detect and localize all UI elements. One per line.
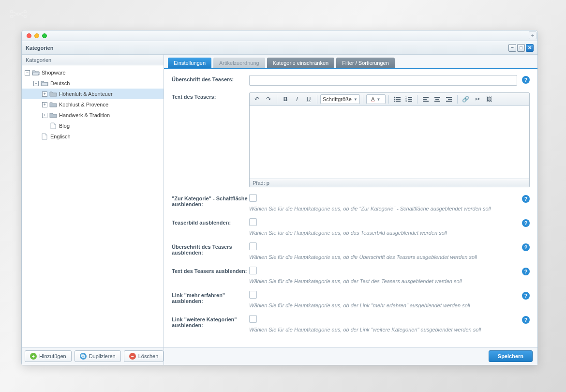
help-icon[interactable]: ?: [522, 268, 530, 275]
help-icon[interactable]: ?: [522, 243, 530, 251]
field-label: "Zur Kategorie" - Schaltfläche ausblende…: [172, 194, 249, 207]
align-center-icon[interactable]: [432, 94, 443, 104]
plus-icon: +: [30, 353, 37, 360]
main-panel: EinstellungenArtikelzuordnungKategorie e…: [164, 55, 537, 365]
brand-logo: [9, 9, 28, 19]
numbered-list-icon[interactable]: 123: [403, 94, 414, 104]
duplicate-button[interactable]: ⧉ Duplizieren: [74, 350, 121, 362]
undo-icon[interactable]: ↶: [252, 94, 262, 104]
delete-button[interactable]: – Löschen: [124, 350, 164, 362]
checkbox[interactable]: [249, 194, 257, 202]
rich-text-editor: ↶ ↷ B I U Schriftgröße ▼: [249, 92, 530, 187]
expand-icon[interactable]: +: [42, 102, 47, 107]
underline-icon[interactable]: U: [303, 94, 314, 104]
tree-node[interactable]: −Shopware: [22, 67, 164, 78]
tab[interactable]: Einstellungen: [168, 58, 211, 68]
svg-point-7: [394, 99, 396, 100]
field-hint: Wählen Sie für die Hauptkategorie aus, o…: [249, 302, 517, 308]
bullet-list-icon[interactable]: [392, 94, 402, 104]
expand-icon[interactable]: −: [33, 81, 39, 86]
tab-bar: EinstellungenArtikelzuordnungKategorie e…: [164, 55, 537, 69]
svg-point-5: [394, 97, 396, 98]
svg-rect-24: [448, 99, 452, 100]
tab[interactable]: Kategorie einschränken: [267, 58, 335, 68]
svg-point-4: [24, 15, 27, 18]
window-close-button[interactable]: ✕: [526, 44, 534, 52]
svg-rect-23: [446, 97, 452, 98]
field-label: Teaserbild ausblenden:: [172, 218, 249, 226]
file-icon: [41, 133, 48, 140]
link-icon[interactable]: 🔗: [461, 94, 471, 104]
tree-node[interactable]: Blog: [22, 121, 164, 131]
close-window-icon[interactable]: [27, 33, 31, 38]
folder-open-icon: [41, 80, 48, 87]
window-minimize-button[interactable]: –: [508, 44, 516, 52]
tree-node[interactable]: Englisch: [22, 131, 164, 142]
svg-text:3: 3: [405, 100, 407, 102]
window-header: Kategorien – □ ✕: [22, 41, 537, 55]
font-size-select[interactable]: Schriftgröße ▼: [320, 94, 360, 104]
add-button[interactable]: + Hinzufügen: [25, 350, 72, 362]
tab: Artikelzuordnung: [213, 58, 265, 68]
window-title: Kategorien: [26, 45, 53, 51]
help-icon[interactable]: ?: [522, 292, 530, 300]
unlink-icon[interactable]: ✂: [472, 94, 483, 104]
new-tab-button[interactable]: +: [529, 31, 536, 39]
sidebar: Kategorien −Shopware−Deutsch+Höhenluft &…: [22, 55, 164, 365]
tree-node[interactable]: −Deutsch: [22, 78, 164, 89]
editor-body[interactable]: [250, 106, 529, 179]
redo-icon[interactable]: ↷: [263, 94, 274, 104]
checkbox[interactable]: [249, 218, 257, 226]
category-tree: −Shopware−Deutsch+Höhenluft & Abenteuer+…: [22, 65, 164, 347]
svg-rect-20: [434, 97, 440, 98]
checkbox[interactable]: [249, 267, 257, 274]
italic-icon[interactable]: I: [292, 94, 302, 104]
svg-rect-16: [408, 101, 412, 102]
tree-node-label: Deutsch: [50, 80, 70, 86]
svg-rect-25: [446, 101, 452, 102]
help-icon[interactable]: ?: [522, 316, 530, 324]
svg-rect-19: [423, 101, 429, 102]
font-color-select[interactable]: A ▼: [366, 94, 386, 104]
expand-icon[interactable]: +: [42, 91, 47, 97]
checkbox[interactable]: [249, 291, 257, 299]
align-left-icon[interactable]: [420, 94, 431, 104]
teaser-heading-label: Überschrift des Teasers:: [172, 75, 249, 82]
editor-path: Pfad: p: [250, 179, 529, 187]
field-label: Link "weitere Kategorien" ausblenden:: [172, 315, 249, 328]
svg-rect-6: [396, 97, 401, 98]
help-icon[interactable]: ?: [522, 76, 530, 84]
tab[interactable]: Filter / Sortierungen: [336, 58, 395, 68]
svg-point-9: [394, 101, 396, 102]
window-maximize-button[interactable]: □: [517, 44, 525, 52]
field-hint: Wählen Sie für die Hauptkategorie aus, o…: [249, 327, 517, 332]
save-button[interactable]: Speichern: [489, 350, 533, 362]
titlebar[interactable]: +: [22, 30, 537, 41]
tree-node-label: Höhenluft & Abenteuer: [59, 91, 113, 97]
help-icon[interactable]: ?: [522, 195, 530, 203]
zoom-window-icon[interactable]: [42, 33, 47, 38]
minimize-window-icon[interactable]: [34, 33, 39, 38]
help-icon[interactable]: ?: [522, 219, 530, 227]
media-icon[interactable]: 🖼: [484, 94, 494, 104]
svg-rect-21: [435, 99, 439, 100]
sidebar-heading: Kategorien: [22, 55, 164, 65]
expand-icon[interactable]: +: [42, 113, 47, 118]
tree-node[interactable]: +Kochlust & Provence: [22, 99, 164, 110]
align-right-icon[interactable]: [444, 94, 454, 104]
folder-icon: [49, 90, 57, 97]
field-label: Link "mehr erfahren" ausblenden:: [172, 291, 249, 304]
field-label: Text des Teasers ausblenden:: [172, 267, 249, 274]
tree-node[interactable]: +Handwerk & Tradition: [22, 110, 164, 121]
tree-node[interactable]: +Höhenluft & Abenteuer: [22, 89, 164, 99]
bold-icon[interactable]: B: [280, 94, 291, 104]
svg-rect-22: [434, 101, 440, 102]
checkbox[interactable]: [249, 315, 257, 323]
svg-rect-14: [408, 99, 412, 100]
checkbox[interactable]: [249, 242, 257, 250]
expand-icon[interactable]: −: [25, 70, 30, 75]
svg-rect-8: [396, 99, 401, 100]
teaser-heading-input[interactable]: [249, 75, 517, 86]
svg-rect-17: [423, 97, 429, 98]
duplicate-icon: ⧉: [80, 353, 87, 360]
